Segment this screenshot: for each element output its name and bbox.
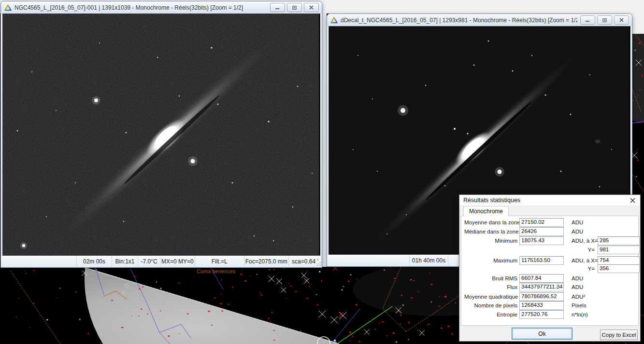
stat-coord-input[interactable]: 285 — [598, 236, 640, 245]
stat-row: Moyenne quadratique780786896.52ADU² — [464, 292, 637, 301]
stat-value-input[interactable]: 27150.02 — [519, 218, 564, 227]
stat-row: Médiane dans la zone26426ADU — [464, 227, 637, 236]
stat-value-input[interactable]: 6607.84 — [519, 274, 564, 283]
stat-row: Nombre de pixels1268433Pixels — [464, 301, 637, 310]
stat-coord-input[interactable]: 356 — [598, 264, 640, 273]
statistics-dialog: Résultats statistiques Monochrome Moyenn… — [459, 194, 641, 342]
stat-row: Moyenne dans la zone27150.02ADU — [464, 218, 637, 227]
stat-label: Bruit RMS — [464, 274, 517, 283]
stat-row: Entropie277520.76n*ln(n) — [464, 310, 637, 319]
stat-label: Nombre de pixels — [464, 301, 517, 310]
dialog-tab-page: Moyenne dans la zone27150.02ADUMédiane d… — [461, 216, 639, 326]
status-exposure: 01h 40m 00s — [410, 255, 448, 266]
resize-grip-icon[interactable] — [316, 261, 321, 266]
stat-label: Moyenne quadratique — [464, 292, 517, 301]
left-window-titlebar[interactable]: NGC4565_L_[2016_05_07]-001 | 1391x1039 -… — [1, 1, 322, 14]
status-exposure: 02m 00s — [77, 256, 112, 267]
status-temperature: -7.0°C — [138, 256, 160, 267]
status-focal: Foc=2075.0 mm — [244, 256, 289, 267]
status-blank — [327, 255, 410, 266]
left-image-canvas[interactable] — [2, 14, 320, 256]
right-window-titlebar[interactable]: dDecal_t_NGC4565_L_[2016_05_07] | 1293x9… — [327, 14, 632, 26]
stat-value-input[interactable]: 18075.43 — [519, 236, 564, 245]
stat-label: Minimum — [464, 236, 517, 245]
stat-unit-label: ADU, à X= — [572, 236, 598, 245]
stat-label: Maximum — [464, 256, 517, 265]
stat-row: Bruit RMS6607.84ADU — [464, 274, 637, 283]
restore-icon[interactable] — [597, 15, 612, 25]
stat-coord-input[interactable]: 754 — [598, 256, 640, 265]
stat-row: Flux34437977211.34ADU — [464, 283, 637, 291]
stat-row: Y=356 — [464, 264, 637, 273]
stat-label: Moyenne dans la zone — [464, 218, 517, 227]
app-triangle-icon — [330, 17, 338, 24]
stat-unit-label: Y= — [572, 246, 595, 254]
stat-label: Entropie — [464, 310, 517, 319]
dialog-title: Résultats statistiques — [463, 197, 629, 204]
copy-to-excel-button[interactable]: Copy to Excel — [600, 330, 638, 340]
status-blank — [1, 256, 77, 267]
stat-unit-label: ADU — [572, 283, 583, 291]
minimize-icon[interactable] — [270, 3, 285, 12]
ok-button[interactable]: Ok — [512, 328, 572, 340]
stat-unit-label: ADU — [572, 218, 583, 227]
image-window-left: NGC4565_L_[2016_05_07]-001 | 1391x1039 -… — [0, 1, 322, 268]
stat-value-input[interactable]: 277520.76 — [519, 310, 564, 319]
galaxy-image-left — [3, 14, 319, 255]
stat-unit-label: n*ln(n) — [572, 310, 588, 319]
left-window-statusbar: 02m 00s Bin:1x1 -7.0°C MX=0 MY=0 Filt.=L… — [1, 256, 322, 267]
app-triangle-icon — [4, 4, 12, 11]
stat-unit-label: ADU — [572, 227, 583, 236]
svg-text:Coma benerices: Coma benerices — [197, 268, 236, 274]
dialog-titlebar[interactable]: Résultats statistiques — [459, 195, 640, 206]
stat-value-input[interactable]: 1175163.50 — [519, 256, 564, 265]
right-window-title: dDecal_t_NGC4565_L_[2016_05_07] | 1293x9… — [341, 17, 577, 24]
restore-icon[interactable] — [287, 3, 302, 12]
stat-row: Minimum18075.43ADU, à X=285 — [464, 236, 637, 245]
stat-unit-label: ADU, à X= — [572, 256, 598, 265]
stat-unit-label: Y= — [572, 264, 595, 273]
minimize-icon[interactable] — [580, 15, 595, 25]
close-icon[interactable] — [614, 15, 629, 25]
left-window-title: NGC4565_L_[2016_05_07]-001 | 1391x1039 -… — [14, 4, 267, 11]
stat-coord-input[interactable]: 981 — [598, 246, 640, 254]
stat-label: Flux — [464, 283, 517, 291]
stat-unit-label: Pixels — [572, 301, 587, 310]
stat-unit-label: ADU² — [572, 292, 585, 301]
close-icon[interactable] — [304, 3, 319, 12]
stat-label: Médiane dans la zone — [464, 227, 517, 236]
tab-monochrome[interactable]: Monochrome — [463, 206, 509, 216]
dialog-close-icon[interactable] — [629, 196, 636, 204]
stat-value-input[interactable]: 26426 — [519, 227, 564, 236]
stat-unit-label: ADU — [572, 274, 583, 283]
stat-row: Maximum1175163.50ADU, à X=754 — [464, 256, 637, 265]
stat-value-input[interactable]: 780786896.52 — [519, 292, 564, 301]
stat-value-input[interactable]: 34437977211.34 — [519, 283, 564, 291]
status-mxmy: MX=0 MY=0 — [160, 256, 195, 267]
status-binning: Bin:1x1 — [112, 256, 138, 267]
stat-value-input[interactable]: 1268433 — [519, 301, 564, 310]
status-filter: Filt.=L — [195, 256, 244, 267]
stat-row: Y=981 — [464, 246, 637, 254]
